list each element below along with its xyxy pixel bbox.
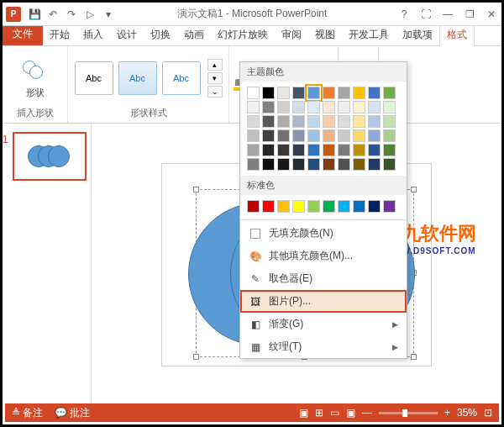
help-button[interactable]: ?	[397, 8, 411, 21]
fit-window[interactable]: ⊡	[484, 407, 492, 419]
no-fill-item[interactable]: 无填充颜色(N)	[240, 222, 407, 245]
color-swatch[interactable]	[307, 200, 320, 213]
ribbon-toggle[interactable]: ⛶	[419, 8, 433, 21]
color-swatch[interactable]	[277, 144, 290, 156]
color-swatch[interactable]	[368, 101, 381, 113]
tab-view[interactable]: 视图	[308, 24, 342, 45]
color-swatch[interactable]	[247, 158, 260, 171]
notes-button[interactable]: ≜备注	[12, 406, 43, 420]
color-swatch[interactable]	[277, 200, 290, 213]
color-swatch[interactable]	[262, 87, 275, 99]
resize-handle[interactable]	[193, 354, 199, 360]
color-swatch[interactable]	[383, 144, 396, 156]
zoom-out[interactable]: —	[362, 407, 372, 419]
color-swatch[interactable]	[277, 101, 290, 113]
color-swatch[interactable]	[292, 87, 305, 99]
color-swatch[interactable]	[292, 144, 305, 156]
color-swatch[interactable]	[307, 101, 320, 113]
style-more[interactable]: ⌄	[207, 86, 223, 98]
color-swatch[interactable]	[353, 158, 365, 171]
color-swatch[interactable]	[307, 158, 320, 171]
color-swatch[interactable]	[338, 101, 350, 113]
color-swatch[interactable]	[368, 129, 381, 142]
style-scroll-down[interactable]: ▾	[207, 72, 223, 84]
qat-save[interactable]: 💾	[28, 8, 41, 21]
color-swatch[interactable]	[247, 101, 260, 113]
color-swatch[interactable]	[307, 144, 320, 156]
color-swatch[interactable]	[383, 200, 396, 213]
zoom-level[interactable]: 35%	[457, 407, 477, 419]
color-swatch[interactable]	[307, 87, 320, 99]
color-swatch[interactable]	[323, 144, 335, 156]
qat-more[interactable]: ▾	[102, 8, 115, 21]
resize-handle[interactable]	[411, 354, 417, 360]
eyedropper-item[interactable]: ✎取色器(E)	[240, 267, 407, 290]
color-swatch[interactable]	[277, 158, 290, 171]
color-swatch[interactable]	[368, 158, 381, 171]
color-swatch[interactable]	[353, 144, 365, 156]
tab-addin[interactable]: 加载项	[396, 24, 439, 45]
texture-item[interactable]: ▦纹理(T)▶	[240, 335, 407, 358]
close-button[interactable]: ✕	[485, 8, 498, 21]
tab-home[interactable]: 开始	[43, 24, 76, 45]
color-swatch[interactable]	[368, 115, 381, 128]
color-swatch[interactable]	[292, 129, 305, 142]
color-swatch[interactable]	[338, 115, 350, 128]
color-swatch[interactable]	[292, 115, 305, 128]
tab-file[interactable]: 文件	[3, 23, 43, 45]
shape-style-2[interactable]: Abc	[118, 61, 157, 95]
slide-thumbnail-1[interactable]: 1	[13, 132, 87, 181]
shape-style-1[interactable]: Abc	[75, 61, 113, 95]
tab-review[interactable]: 审阅	[275, 24, 308, 45]
color-swatch[interactable]	[383, 87, 396, 99]
qat-slideshow[interactable]: ▷	[83, 8, 97, 21]
color-swatch[interactable]	[338, 158, 350, 171]
tab-transition[interactable]: 切换	[144, 24, 177, 45]
color-swatch[interactable]	[338, 144, 350, 156]
color-swatch[interactable]	[247, 87, 260, 99]
color-swatch[interactable]	[277, 129, 290, 142]
color-swatch[interactable]	[277, 87, 290, 99]
color-swatch[interactable]	[353, 87, 365, 99]
color-swatch[interactable]	[353, 115, 365, 128]
color-swatch[interactable]	[383, 115, 396, 128]
color-swatch[interactable]	[323, 115, 335, 128]
color-swatch[interactable]	[262, 200, 275, 213]
qat-undo[interactable]: ↶	[46, 8, 60, 21]
color-swatch[interactable]	[262, 129, 275, 142]
tab-animation[interactable]: 动画	[177, 24, 211, 45]
more-colors-item[interactable]: 🎨其他填充颜色(M)...	[240, 245, 407, 267]
gradient-item[interactable]: ◧渐变(G)▶	[240, 313, 407, 335]
color-swatch[interactable]	[383, 101, 396, 113]
color-swatch[interactable]	[247, 129, 260, 142]
color-swatch[interactable]	[368, 200, 381, 213]
color-swatch[interactable]	[323, 101, 335, 113]
color-swatch[interactable]	[338, 129, 350, 142]
color-swatch[interactable]	[338, 200, 350, 213]
color-swatch[interactable]	[247, 200, 260, 213]
view-slideshow[interactable]: ▣	[346, 407, 355, 419]
color-swatch[interactable]	[368, 87, 381, 99]
tab-format[interactable]: 格式	[439, 24, 475, 46]
shapes-gallery[interactable]: 形状	[17, 56, 54, 101]
color-swatch[interactable]	[292, 200, 305, 213]
resize-handle[interactable]	[411, 187, 417, 192]
color-swatch[interactable]	[292, 158, 305, 171]
view-sorter[interactable]: ⊞	[315, 407, 323, 419]
color-swatch[interactable]	[383, 158, 396, 171]
color-swatch[interactable]	[262, 144, 275, 156]
comments-button[interactable]: 💬批注	[55, 406, 90, 420]
tab-insert[interactable]: 插入	[76, 24, 110, 45]
color-swatch[interactable]	[277, 115, 290, 128]
color-swatch[interactable]	[307, 115, 320, 128]
minimize-button[interactable]: —	[441, 8, 454, 21]
color-swatch[interactable]	[353, 200, 365, 213]
zoom-in[interactable]: +	[444, 407, 450, 419]
tab-design[interactable]: 设计	[110, 24, 144, 45]
picture-fill-item[interactable]: 🖼图片(P)...	[240, 290, 407, 313]
color-swatch[interactable]	[262, 115, 275, 128]
color-swatch[interactable]	[247, 144, 260, 156]
color-swatch[interactable]	[262, 101, 275, 113]
color-swatch[interactable]	[323, 200, 335, 213]
style-scroll-up[interactable]: ▴	[207, 59, 223, 71]
